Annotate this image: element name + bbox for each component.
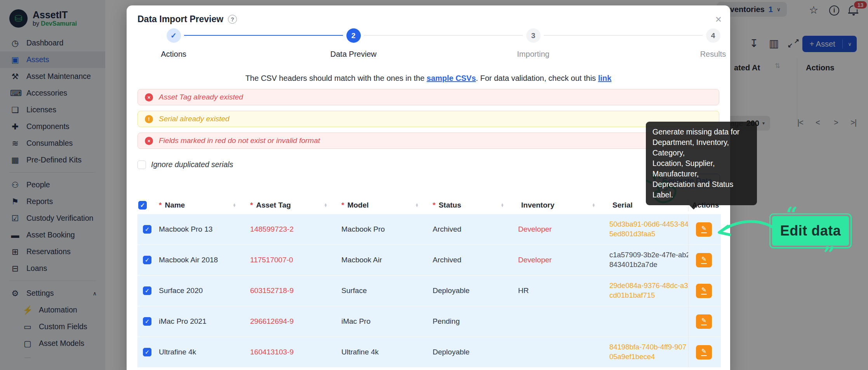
model-cell: Surface [336,276,427,306]
row-checkbox[interactable]: ✓ [143,317,151,326]
column-header-label: Name [165,201,185,209]
sort-carets-icon[interactable]: ▲▼ [233,203,236,207]
sample-csvs-link[interactable]: sample CSVs [427,74,476,82]
alert-banner: × Asset Tag already existed [137,89,719,105]
edit-row-button[interactable]: ✎ [696,345,712,360]
sort-carets-icon[interactable]: ▲▼ [501,203,504,207]
edit-data-arrow [712,216,776,244]
model-cell: Ultrafine 4k [336,337,427,367]
alert-banner: × Fields marked in red do not exist or i… [137,133,719,149]
row-checkbox[interactable]: ✓ [143,286,151,295]
select-all-checkbox[interactable]: ✓ [138,201,147,209]
alert-icon: ! [145,115,153,123]
column-header[interactable]: Inventory ▲▼ [513,199,604,211]
asset-tag-cell: 296612694-9 [245,306,336,337]
status-cell: Archived [427,214,513,244]
status-cell: Archived [427,245,513,275]
asset-tag-cell: 160413103-9 [245,337,336,367]
inventory-cell: Developer [513,245,604,275]
column-header[interactable]: * Model ▲▼ [336,199,427,211]
sort-carets-icon[interactable]: ▲▼ [324,203,327,207]
row-checkbox[interactable]: ✓ [143,348,151,356]
validation-link[interactable]: link [598,74,611,82]
inventory-cell [513,306,604,337]
step-circle: 3 [526,28,541,43]
step-importing: 3 Importing [491,21,576,59]
status-cell: Deployable [427,337,513,367]
name-cell: iMac Pro 2021 [153,306,245,337]
edit-row-button[interactable]: ✎ [696,314,712,329]
table-row: ✓ Macbook Air 2018 117517007-0 Macbook A… [137,245,721,276]
model-cell: Macbook Air [336,245,427,275]
table-row: ✓ Macbook Pro 13 148599723-2 Macbook Pro… [137,214,721,245]
alert-icon: × [145,137,153,145]
tooltip-line: Department, Inventory, Category, [652,137,750,158]
column-header-label: Serial [612,201,633,209]
step-actions: ✓ Actions [131,21,216,59]
step-label: Data Preview [311,50,396,59]
inventory-cell [513,337,604,367]
alerts: × Asset Tag already existed ! Serial alr… [137,89,719,149]
inventory-cell: HR [513,276,604,306]
required-asterisk: * [341,201,344,209]
column-header[interactable]: * Status ▲▼ [427,199,513,211]
alert-text: Asset Tag already existed [159,93,243,101]
column-header-label: Model [347,201,369,209]
pencil-icon: ✎ [701,348,706,354]
name-cell: Macbook Air 2018 [153,245,245,275]
column-header-label: Inventory [521,201,555,209]
data-import-preview-modal: Data Import Preview ? × ✓ Actions 2 Data… [127,5,730,370]
row-checkbox[interactable]: ✓ [143,256,151,264]
asset-tag-cell: 117517007-0 [245,245,336,275]
sort-carets-icon[interactable]: ▲▼ [592,203,595,207]
asset-tag-cell: 603152718-9 [245,276,336,306]
serial-cell: 50d3ba91-06d6-4453-845ed801d3faa5 [609,220,688,239]
tooltip-line: Location, Supplier, Manufacturer, [652,158,750,179]
csv-note: The CSV headers should match with the on… [137,74,719,83]
tooltip-line: Depreciation and Status Label. [652,179,750,200]
column-header[interactable]: * Name ▲▼ [153,199,245,211]
step-results: 4 Results [670,21,756,59]
table-row: ✓ iMac Pro 2021 296612694-9 iMac Pro Pen… [137,306,721,337]
table-row: ✓ Surface 2020 603152718-9 Surface Deplo… [137,276,721,306]
column-header-label: Asset Tag [256,201,290,209]
step-label: Importing [491,50,576,59]
ignore-duplicated-serials-label: Ignore duplicated serials [151,160,233,169]
ignore-duplicated-serials-checkbox[interactable] [137,161,146,169]
step-label: Actions [131,50,216,59]
serial-cell: 29de084a-9376-48dc-a3cd01b1baf715 [609,281,688,300]
sort-carets-icon[interactable]: ▲▼ [415,203,419,207]
table-header-row: ✓ * Name ▲▼ * Asset Tag ▲▼ * Mode [137,196,721,214]
step-circle: ✓ [167,28,181,43]
edit-row-button[interactable]: ✎ [696,253,712,267]
step-data-preview: 2 Data Preview [311,21,396,59]
required-asterisk: * [159,201,162,209]
required-asterisk: * [433,201,435,209]
pencil-icon: ✎ [701,256,706,262]
alert-icon: × [145,93,153,101]
preview-table: ✓ * Name ▲▼ * Asset Tag ▲▼ * Mode [137,196,721,368]
model-cell: iMac Pro [336,306,427,337]
import-stepper: ✓ Actions 2 Data Preview 3 Importing 4 R… [137,21,719,66]
column-header[interactable]: * Asset Tag ▲▼ [245,199,336,211]
status-cell: Pending [427,306,513,337]
step-circle: 2 [346,28,361,43]
row-checkbox[interactable]: ✓ [143,225,151,234]
generate-data-tooltip: Generate missing data forDepartment, Inv… [646,122,757,205]
edit-row-button[interactable]: ✎ [696,222,712,237]
alert-banner: ! Serial already existed [137,111,719,127]
serial-cell: 84198bfa-740b-4ff9-90705a9ef1bece4 [609,342,686,362]
inventory-cell: Developer [513,214,604,244]
pencil-icon: ✎ [701,318,706,324]
tooltip-line: Generate missing data for [652,127,750,137]
column-header-label: Status [438,201,461,209]
table-row: ✓ Ultrafine 4k 160413103-9 Ultrafine 4k … [137,337,721,368]
pencil-icon: ✎ [701,287,706,293]
step-circle: 4 [706,28,720,43]
edit-row-button[interactable]: ✎ [696,284,712,298]
name-cell: Surface 2020 [153,276,245,306]
alert-text: Serial already existed [159,115,230,123]
alert-text: Fields marked in red do not exist or inv… [159,136,320,145]
asset-tag-cell: 148599723-2 [245,214,336,244]
name-cell: Ultrafine 4k [153,337,245,367]
